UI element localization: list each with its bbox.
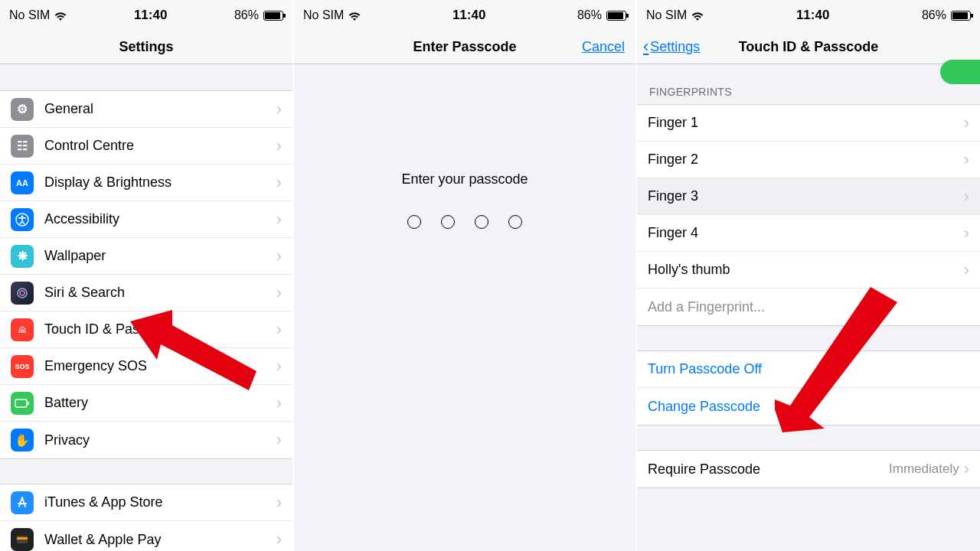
nav-title: Touch ID & Passcode (739, 39, 879, 55)
row-control-centre[interactable]: ☷ Control Centre › (0, 128, 292, 165)
chevron-right-icon: › (276, 173, 282, 193)
back-label: Settings (650, 39, 700, 55)
add-fingerprint-row[interactable]: Add a Fingerprint... (637, 289, 980, 325)
row-label: Accessibility (44, 211, 276, 227)
battery-pct-label: 86% (922, 8, 946, 22)
row-siri-search[interactable]: Siri & Search › (0, 275, 292, 311)
carrier-label: No SIM (9, 8, 50, 22)
battery-icon (951, 11, 971, 21)
row-label: Add a Fingerprint... (648, 299, 969, 315)
touchid-passcode-screen: No SIM 11:40 86% ‹ Settings Touch ID & P… (637, 0, 980, 551)
chevron-right-icon: › (276, 99, 282, 119)
fingerprint-row[interactable]: Holly's thumb › (637, 252, 980, 289)
settings-screen: No SIM 11:40 86% Settings ⚙ General › ☷ (0, 0, 294, 551)
cancel-button[interactable]: Cancel (582, 39, 625, 55)
chevron-right-icon: › (964, 150, 969, 170)
row-accessibility[interactable]: Accessibility › (0, 201, 292, 238)
row-emergency-sos[interactable]: SOS Emergency SOS › (0, 348, 292, 385)
chevron-right-icon: › (276, 357, 282, 377)
fingerprint-row[interactable]: Finger 1 › (637, 105, 980, 142)
svg-rect-7 (17, 537, 28, 540)
passcode-prompt: Enter your passcode (294, 171, 635, 187)
chevron-right-icon: › (964, 187, 969, 207)
passcode-actions-list: Turn Passcode Off Change Passcode (637, 350, 980, 425)
time-label: 11:40 (452, 8, 485, 23)
row-label: Wallet & Apple Pay (44, 532, 276, 548)
passcode-entry: Enter your passcode (294, 64, 635, 229)
wallet-icon (11, 528, 34, 551)
svg-point-3 (20, 291, 24, 295)
fingerprint-row[interactable]: Finger 3 › (637, 178, 980, 215)
passcode-dot (508, 215, 522, 229)
svg-point-1 (21, 215, 24, 217)
nav-bar: Settings (0, 31, 292, 64)
row-label: Finger 2 (648, 152, 964, 168)
chevron-right-icon: › (276, 530, 282, 549)
chevron-right-icon: › (964, 459, 969, 479)
row-label: Require Passcode (648, 461, 889, 478)
chevron-right-icon: › (276, 493, 282, 513)
chevron-right-icon: › (964, 223, 969, 243)
fingerprint-row[interactable]: Finger 4 › (637, 215, 980, 252)
wifi-icon (348, 11, 361, 20)
nav-title: Enter Passcode (413, 39, 516, 55)
svg-rect-5 (28, 402, 29, 405)
gear-icon: ⚙ (11, 98, 34, 121)
status-bar: No SIM 11:40 86% (637, 0, 980, 31)
accessibility-icon (11, 208, 34, 231)
settings-list-2: iTunes & App Store › Wallet & Apple Pay … (0, 484, 292, 551)
row-label: Finger 3 (648, 188, 964, 204)
chevron-right-icon: › (276, 283, 282, 303)
back-button[interactable]: ‹ Settings (643, 37, 700, 57)
status-bar: No SIM 11:40 86% (294, 0, 635, 31)
row-privacy[interactable]: ✋ Privacy › (0, 422, 292, 458)
wallpaper-icon: ❋ (11, 245, 34, 268)
row-value: Immediately (889, 461, 959, 477)
require-passcode-row[interactable]: Require Passcode Immediately › (637, 451, 980, 487)
fingerprint-icon (11, 318, 34, 341)
row-label: Turn Passcode Off (648, 361, 969, 377)
row-label: Wallpaper (44, 248, 276, 264)
row-battery[interactable]: Battery › (0, 385, 292, 422)
chevron-right-icon: › (276, 136, 282, 156)
passcode-dots[interactable] (294, 215, 635, 229)
fingerprint-row[interactable]: Finger 2 › (637, 142, 980, 178)
row-wallpaper[interactable]: ❋ Wallpaper › (0, 238, 292, 275)
svg-rect-4 (15, 399, 27, 407)
change-passcode-row[interactable]: Change Passcode (637, 388, 980, 425)
carrier-label: No SIM (303, 8, 344, 22)
settings-list: ⚙ General › ☷ Control Centre › AA Displa… (0, 90, 292, 459)
battery-icon (263, 11, 283, 21)
battery-settings-icon (11, 392, 34, 415)
row-display-brightness[interactable]: AA Display & Brightness › (0, 165, 292, 201)
nav-bar: ‹ Settings Touch ID & Passcode (637, 31, 980, 64)
time-label: 11:40 (134, 8, 167, 23)
row-label: Finger 1 (648, 115, 964, 131)
row-touch-id-passcode[interactable]: Touch ID & Passcode › (0, 311, 292, 348)
chevron-right-icon: › (276, 246, 282, 266)
toggle-switch[interactable] (940, 60, 980, 84)
chevron-right-icon: › (964, 113, 969, 133)
passcode-dot (407, 215, 421, 229)
battery-pct-label: 86% (577, 8, 602, 22)
control-centre-icon: ☷ (11, 135, 34, 158)
row-itunes-appstore[interactable]: iTunes & App Store › (0, 484, 292, 521)
fingerprints-list: Finger 1 › Finger 2 › Finger 3 › Finger … (637, 104, 980, 326)
row-label: Touch ID & Passcode (44, 321, 276, 337)
appstore-icon (11, 491, 34, 514)
enter-passcode-screen: No SIM 11:40 86% Enter Passcode Cancel E… (294, 0, 637, 551)
row-general[interactable]: ⚙ General › (0, 91, 292, 128)
row-label: Control Centre (44, 138, 276, 154)
row-label: Change Passcode (648, 399, 969, 415)
sos-icon: SOS (11, 355, 34, 378)
wifi-icon (54, 11, 67, 20)
chevron-right-icon: › (276, 210, 282, 230)
row-label: Siri & Search (44, 285, 276, 301)
passcode-dot (441, 215, 455, 229)
chevron-right-icon: › (276, 393, 282, 413)
row-wallet-applepay[interactable]: Wallet & Apple Pay › (0, 521, 292, 551)
row-label: Display & Brightness (44, 174, 276, 191)
turn-passcode-off-row[interactable]: Turn Passcode Off (637, 351, 980, 388)
wifi-icon (691, 11, 704, 20)
row-label: Battery (44, 395, 276, 411)
